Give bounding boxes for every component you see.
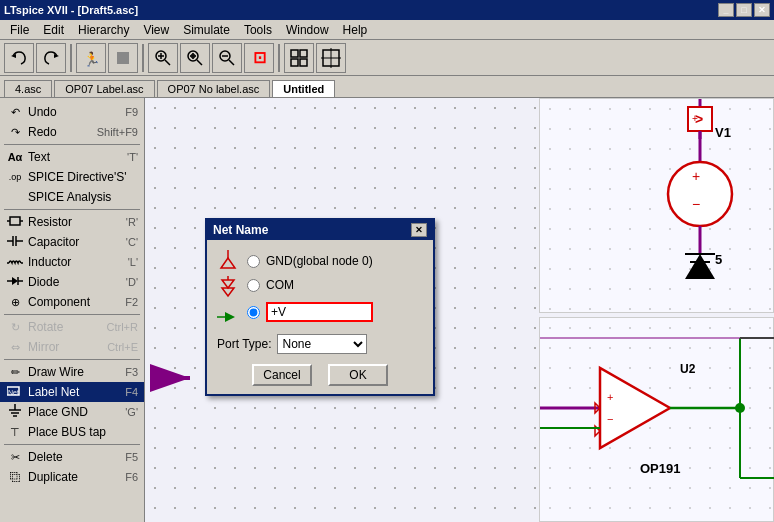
sidebar-item-redo[interactable]: ↷ Redo Shift+F9 <box>0 122 144 142</box>
sidebar-shortcut-component: F2 <box>125 296 138 308</box>
sidebar-item-label: Place GND <box>28 405 88 419</box>
maximize-button[interactable]: □ <box>736 3 752 17</box>
title-bar: LTspice XVII - [Draft5.asc] _ □ ✕ <box>0 0 774 20</box>
delete-icon: ✂ <box>6 451 24 464</box>
capacitor-icon <box>6 234 24 250</box>
net-name-input[interactable] <box>266 302 373 322</box>
custom-radio[interactable] <box>247 306 260 319</box>
gnd-symbol-icon <box>217 250 239 270</box>
sidebar: ↶ Undo F9 ↷ Redo Shift+F9 Aα Text 'T' .o… <box>0 98 145 522</box>
close-button[interactable]: ✕ <box>754 3 770 17</box>
sidebar-item-delete[interactable]: ✂ Delete F5 <box>0 447 144 467</box>
svg-text:🏃: 🏃 <box>83 51 101 68</box>
custom-net-row <box>247 302 373 322</box>
net-label-icon <box>217 308 239 326</box>
sidebar-shortcut-resistor: 'R' <box>126 216 138 228</box>
canvas-area[interactable]: > + V1 + − 5 <box>145 98 774 522</box>
sidebar-shortcut-rotate: Ctrl+R <box>107 321 138 333</box>
sidebar-item-diode[interactable]: Diode 'D' <box>0 272 144 292</box>
com-symbol-icon <box>217 276 239 302</box>
sidebar-item-label: Rotate <box>28 320 63 334</box>
sidebar-item-label: Place BUS tap <box>28 425 106 439</box>
sidebar-item-capacitor[interactable]: Capacitor 'C' <box>0 232 144 252</box>
sidebar-item-spice-analysis[interactable]: SPICE Analysis <box>0 187 144 207</box>
zoom-fit-button[interactable]: ⊡ <box>244 43 274 73</box>
crosshair-button[interactable] <box>316 43 346 73</box>
spice-directive-icon: .op <box>6 172 24 182</box>
tab-draft4[interactable]: 4.asc <box>4 80 52 97</box>
svg-marker-81 <box>225 312 235 322</box>
zoom-in-button[interactable] <box>148 43 178 73</box>
sidebar-item-label: Delete <box>28 450 63 464</box>
gnd-radio[interactable] <box>247 255 260 268</box>
svg-line-14 <box>229 60 234 65</box>
minimize-button[interactable]: _ <box>718 3 734 17</box>
sidebar-item-label: Label Net <box>28 385 79 399</box>
menu-simulate[interactable]: Simulate <box>177 22 236 38</box>
svg-rect-3 <box>117 52 129 64</box>
text-icon: Aα <box>6 151 24 163</box>
sidebar-item-inductor[interactable]: Inductor 'L' <box>0 252 144 272</box>
svg-text:Net: Net <box>8 389 19 396</box>
sidebar-separator-5 <box>4 444 140 445</box>
sidebar-shortcut-label-net: F4 <box>125 386 138 398</box>
menu-hierarchy[interactable]: Hierarchy <box>72 22 135 38</box>
dialog-body: GND(global node 0) COM <box>207 240 433 394</box>
svg-line-9 <box>197 60 202 65</box>
zoom-in2-button[interactable] <box>180 43 210 73</box>
mirror-icon: ⇔ <box>6 341 24 354</box>
sidebar-shortcut-diode: 'D' <box>126 276 138 288</box>
title-bar-buttons: _ □ ✕ <box>718 3 770 17</box>
stop-button[interactable] <box>108 43 138 73</box>
redo-icon: ↷ <box>6 126 24 139</box>
sidebar-item-label: Undo <box>28 105 57 119</box>
sidebar-separator-2 <box>4 209 140 210</box>
sidebar-item-component[interactable]: ⊕ Component F2 <box>0 292 144 312</box>
sidebar-item-draw-wire[interactable]: ✏ Draw Wire F3 <box>0 362 144 382</box>
grid-button[interactable] <box>284 43 314 73</box>
app-title: LTspice XVII - [Draft5.asc] <box>4 4 718 16</box>
sidebar-item-undo[interactable]: ↶ Undo F9 <box>0 102 144 122</box>
toolbar-separator-1 <box>70 44 72 72</box>
diode-icon <box>6 274 24 290</box>
menu-window[interactable]: Window <box>280 22 335 38</box>
cancel-button[interactable]: Cancel <box>252 364 312 386</box>
tab-untitled[interactable]: Untitled <box>272 80 335 97</box>
sidebar-item-resistor[interactable]: Resistor 'R' <box>0 212 144 232</box>
svg-rect-16 <box>291 50 298 57</box>
menu-tools[interactable]: Tools <box>238 22 278 38</box>
tab-op07-nolabel[interactable]: OP07 No label.asc <box>157 80 271 97</box>
sidebar-shortcut-undo: F9 <box>125 106 138 118</box>
ok-button[interactable]: OK <box>328 364 388 386</box>
menu-edit[interactable]: Edit <box>37 22 70 38</box>
port-type-select[interactable]: None Input Output Bidirectional <box>277 334 367 354</box>
sidebar-shortcut-duplicate: F6 <box>125 471 138 483</box>
sidebar-item-label: Diode <box>28 275 59 289</box>
rotate-icon: ↻ <box>6 321 24 334</box>
gnd-radio-label: GND(global node 0) <box>266 254 373 268</box>
sidebar-item-label: SPICE Directive'S' <box>28 170 127 184</box>
menu-file[interactable]: File <box>4 22 35 38</box>
sidebar-item-label: SPICE Analysis <box>28 190 111 204</box>
sidebar-item-spice-directive[interactable]: .op SPICE Directive'S' <box>0 167 144 187</box>
dialog-close-button[interactable]: ✕ <box>411 223 427 237</box>
menu-help[interactable]: Help <box>337 22 374 38</box>
tab-op07-label[interactable]: OP07 Label.asc <box>54 80 154 97</box>
sidebar-item-place-bus[interactable]: ⊤ Place BUS tap <box>0 422 144 442</box>
sidebar-item-label: Redo <box>28 125 57 139</box>
redo-button[interactable] <box>36 43 66 73</box>
sidebar-item-label: Capacitor <box>28 235 79 249</box>
sidebar-separator-3 <box>4 314 140 315</box>
menu-view[interactable]: View <box>137 22 175 38</box>
sidebar-item-rotate[interactable]: ↻ Rotate Ctrl+R <box>0 317 144 337</box>
sidebar-item-text[interactable]: Aα Text 'T' <box>0 147 144 167</box>
sidebar-shortcut-delete: F5 <box>125 451 138 463</box>
run-button[interactable]: 🏃 <box>76 43 106 73</box>
com-radio[interactable] <box>247 279 260 292</box>
sidebar-item-mirror[interactable]: ⇔ Mirror Ctrl+E <box>0 337 144 357</box>
undo-button[interactable] <box>4 43 34 73</box>
zoom-out-button[interactable] <box>212 43 242 73</box>
sidebar-item-label-net[interactable]: Net Label Net F4 <box>0 382 144 402</box>
sidebar-item-duplicate[interactable]: ⿻ Duplicate F6 <box>0 467 144 487</box>
sidebar-item-place-gnd[interactable]: Place GND 'G' <box>0 402 144 422</box>
